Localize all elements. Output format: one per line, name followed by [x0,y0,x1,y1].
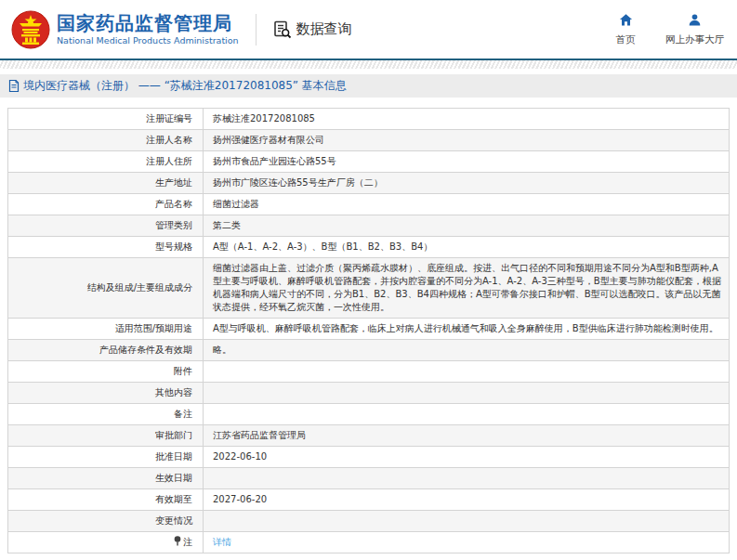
row-value: 扬州市广陵区连心路55号生产厂房（二） [204,173,730,194]
row-value [204,361,730,383]
data-query-label: 数据查询 [296,20,352,38]
row-value [204,383,730,404]
table-row: 产品储存条件及有效期略。 [8,340,730,361]
table-row: 注册证编号苏械注准20172081085 [8,109,730,130]
org-name-en: National Medical Products Administration [57,34,239,46]
page-title: 境内医疗器械（注册） —— “苏械注准20172081085” 基本信息 [23,78,347,94]
table-row: 结构及组成/主要组成成分细菌过滤器由上盖、过滤介质（聚丙烯疏水膜材）、底座组成。… [8,258,730,319]
table-wrap: 注册证编号苏械注准20172081085注册人名称扬州强健医疗器材有限公司注册人… [0,98,737,553]
row-value: 细菌过滤器由上盖、过滤介质（聚丙烯疏水膜材）、底座组成。按进、出气口径的不同和预… [204,258,730,319]
table-row: 管理类别第二类 [8,215,730,237]
table-row: 注册人住所扬州市食品产业园连心路55号 [8,151,730,173]
row-label: 注册人住所 [8,151,204,173]
top-nav: 首页网上办事大厅 [610,13,724,46]
detail-link[interactable]: 详情 [213,537,231,547]
row-value: 2027-06-20 [204,489,730,511]
row-value: 第二类 [204,215,730,237]
row-value [204,511,730,532]
table-row: 附件 [8,361,730,383]
row-label: 变更情况 [8,511,204,532]
home-icon [619,13,633,31]
table-row: 审批部门江苏省药品监督管理局 [8,425,730,447]
row-value: 细菌过滤器 [204,194,730,215]
row-label: 备注 [8,404,204,425]
registration-info-table: 注册证编号苏械注准20172081085注册人名称扬州强健医疗器材有限公司注册人… [7,108,730,553]
table-row: 批准日期2022-06-10 [8,447,730,468]
row-label: 生产地址 [8,173,204,194]
row-label: 结构及组成/主要组成成分 [8,258,204,319]
pin-note-icon [174,536,181,546]
row-value: 扬州强健医疗器材有限公司 [204,130,730,151]
table-row: 注详情 [8,532,730,553]
row-value: 详情 [204,532,730,553]
row-label: 生效日期 [8,468,204,489]
table-row: 适用范围/预期用途A型与呼吸机、麻醉呼吸机管路配套，临床上对病人进行机械通气和吸… [8,319,730,340]
row-label: 注 [8,532,204,553]
nav-item-label: 首页 [616,33,636,46]
hatch-band [0,60,737,69]
brand-text: 国家药品监督管理局 National Medical Products Admi… [57,12,252,46]
row-label: 注册人名称 [8,130,204,151]
breadcrumb: 境内医疗器械（注册） —— “苏械注准20172081085” 基本信息 [0,74,737,98]
row-label: 适用范围/预期用途 [8,319,204,340]
nav-item-label: 网上办事大厅 [665,33,724,46]
table-row: 生产地址扬州市广陵区连心路55号生产厂房（二） [8,173,730,194]
table-row: 产品名称细菌过滤器 [8,194,730,215]
row-value [204,404,730,425]
row-label: 其他内容 [8,383,204,404]
table-row: 备注 [8,404,730,425]
row-label: 产品储存条件及有效期 [8,340,204,361]
row-value: 扬州市食品产业园连心路55号 [204,151,730,173]
table-row: 其他内容 [8,383,730,404]
row-value [204,468,730,489]
table-row: 变更情况 [8,511,730,532]
table-row: 生效日期 [8,468,730,489]
table-row: 型号规格A型（A-1、A-2、A-3）、B型（B1、B2、B3、B4） [8,237,730,258]
row-value: 略。 [204,340,730,361]
org-name-cn: 国家药品监督管理局 [57,12,239,34]
site-header: 国家药品监督管理局 National Medical Products Admi… [0,0,737,59]
row-label: 注册证编号 [8,109,204,130]
table-row: 有效期至2027-06-20 [8,489,730,511]
row-label: 型号规格 [8,237,204,258]
data-query-tab[interactable]: 数据查询 [256,14,352,46]
row-label: 有效期至 [8,489,204,511]
row-value: 2022-06-10 [204,447,730,468]
row-value: A型与呼吸机、麻醉呼吸机管路配套，临床上对病人进行机械通气和吸入全身麻醉使用，B… [204,319,730,340]
row-label: 产品名称 [8,194,204,215]
row-label: 附件 [8,361,204,383]
nav-item-home[interactable]: 首页 [610,13,641,46]
row-label: 批准日期 [8,447,204,468]
national-emblem-icon [11,10,50,49]
row-label: 审批部门 [8,425,204,447]
row-label: 管理类别 [8,215,204,237]
nmpa-logo[interactable]: 国家药品监督管理局 National Medical Products Admi… [11,10,252,49]
row-value: A型（A-1、A-2、A-3）、B型（B1、B2、B3、B4） [204,237,730,258]
table-row: 注册人名称扬州强健医疗器材有限公司 [8,130,730,151]
row-value: 苏械注准20172081085 [204,109,730,130]
document-search-icon [273,20,292,39]
nav-item-service-hall[interactable]: 网上办事大厅 [665,13,724,46]
page: 国家药品监督管理局 National Medical Products Admi… [0,0,737,553]
row-value: 江苏省药品监督管理局 [204,425,730,447]
document-icon [8,80,20,92]
user-icon [688,13,702,31]
